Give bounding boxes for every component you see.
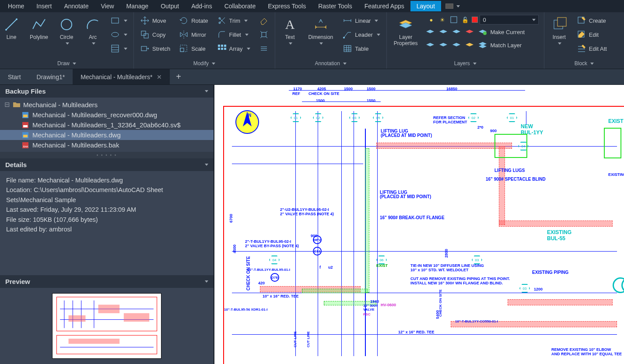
- menu-addins[interactable]: Add-ins: [185, 1, 218, 11]
- svg-text:BAK: BAK: [23, 145, 28, 148]
- layer-tool-5-icon[interactable]: [425, 40, 435, 50]
- scale-icon: [179, 44, 189, 53]
- match-layer-button[interactable]: Match Layer: [475, 38, 524, 52]
- chevron-down-icon[interactable]: [205, 164, 208, 166]
- explode-button[interactable]: [256, 28, 271, 41]
- layers-panel-title[interactable]: Layers: [390, 59, 540, 69]
- backup-files-header[interactable]: Backup Files: [0, 85, 214, 98]
- move-button[interactable]: Move: [137, 14, 173, 27]
- menu-output[interactable]: Output: [154, 1, 185, 11]
- draw-panel-title[interactable]: Draw: [4, 59, 130, 69]
- bulb-icon[interactable]: ●: [426, 15, 436, 24]
- fillet-button[interactable]: Fillet: [214, 28, 253, 41]
- table-icon: [343, 44, 352, 53]
- stretch-icon: [140, 44, 150, 53]
- scale-button[interactable]: Scale: [176, 42, 210, 55]
- chevron-down-icon[interactable]: [205, 280, 208, 283]
- mirror-button[interactable]: Mirror: [176, 28, 210, 41]
- layer-tool-6-icon[interactable]: [438, 40, 448, 50]
- svg-rect-20: [221, 48, 223, 50]
- array-icon: [217, 44, 227, 53]
- svg-rect-10: [144, 34, 148, 38]
- linear-icon: [343, 16, 352, 25]
- array-button[interactable]: Array: [214, 42, 253, 55]
- close-icon[interactable]: ✕: [157, 74, 162, 80]
- leader-icon: [343, 30, 352, 39]
- rect-button[interactable]: [108, 14, 130, 27]
- annotation-panel-title[interactable]: Annotation: [279, 59, 383, 69]
- layer-properties-button[interactable]: Layer Properties: [390, 14, 421, 49]
- menu-layout[interactable]: Layout: [410, 1, 441, 11]
- polyline-icon: [31, 17, 47, 32]
- rotate-button[interactable]: Rotate: [176, 14, 210, 27]
- tree-file-recover[interactable]: Mechanical - Multileaders_recover000.dwg: [0, 110, 214, 120]
- create-button[interactable]: Create: [574, 14, 610, 27]
- layer-tool-1-icon[interactable]: [425, 27, 435, 37]
- layer-color-swatch[interactable]: [472, 17, 478, 23]
- block-panel-title[interactable]: Block: [548, 59, 620, 69]
- tab-mechanical[interactable]: Mechanical - Multileaders*✕: [73, 69, 170, 84]
- layer-tool-2-icon[interactable]: [438, 27, 448, 37]
- tab-drawing1[interactable]: Drawing1*: [29, 69, 73, 84]
- copy-button[interactable]: Copy: [137, 28, 173, 41]
- trim-button[interactable]: Trim: [214, 14, 253, 27]
- fillet-icon: [217, 30, 227, 39]
- linear-button[interactable]: Linear: [340, 14, 382, 27]
- layer-tool-4-icon[interactable]: [465, 27, 474, 37]
- menu-manage[interactable]: Manage: [120, 1, 155, 11]
- menu-view[interactable]: View: [95, 1, 120, 11]
- preview-body: [0, 288, 214, 364]
- leader-button[interactable]: Leader: [340, 28, 382, 41]
- svg-rect-54: [69, 339, 120, 344]
- menu-raster-tools[interactable]: Raster Tools: [312, 1, 358, 11]
- menu-annotate[interactable]: Annotate: [58, 1, 95, 11]
- modify-panel-title[interactable]: Modify: [137, 59, 271, 69]
- svg-rect-12: [180, 48, 184, 52]
- menu-collaborate[interactable]: Collaborate: [218, 1, 262, 11]
- svg-point-1: [5, 29, 7, 31]
- tree-file-sv[interactable]: Mechanical - Multileaders_1_32364_20ab6c…: [0, 120, 214, 130]
- tree-file-dwg-selected[interactable]: Mechanical - Multileaders.dwg: [0, 130, 214, 140]
- arc-button[interactable]: Arc: [81, 14, 104, 49]
- svg-rect-4: [112, 18, 119, 23]
- layer-combo[interactable]: 0: [480, 15, 538, 24]
- layer-tool-3-icon[interactable]: [452, 27, 461, 37]
- dimension-button[interactable]: Dimension: [305, 14, 337, 49]
- offset-button[interactable]: [256, 42, 271, 55]
- copy-icon: [140, 30, 150, 39]
- resize-handle[interactable]: • • • • •: [0, 152, 214, 158]
- text-button[interactable]: A Text: [279, 14, 301, 49]
- hatch-button[interactable]: [108, 42, 130, 55]
- line-label: Line: [7, 34, 17, 40]
- freeze-icon[interactable]: [449, 15, 459, 24]
- edit-attr-button[interactable]: Edit Att: [574, 42, 610, 55]
- drawing-canvas[interactable]: 1170 4205 1500 1500 16850 REF CHECK ON S…: [214, 85, 624, 364]
- make-current-button[interactable]: Make Current: [475, 25, 527, 38]
- ribbon-panel-annotation: A Text Dimension Linear Leader Table Ann…: [275, 12, 387, 69]
- preview-header[interactable]: Preview: [0, 275, 214, 288]
- layer-tool-8-icon[interactable]: [465, 40, 474, 50]
- menu-insert[interactable]: Insert: [30, 1, 58, 11]
- chevron-down-icon[interactable]: [205, 90, 208, 92]
- circle-button[interactable]: Circle: [55, 14, 78, 49]
- menu-express-tools[interactable]: Express Tools: [262, 1, 312, 11]
- edit-button[interactable]: Edit: [574, 28, 610, 41]
- layer-tool-7-icon[interactable]: [452, 40, 461, 50]
- line-button[interactable]: Line: [0, 14, 23, 43]
- erase-icon: [259, 16, 269, 25]
- tree-file-bak[interactable]: BAK Mechanical - Multileaders.bak: [0, 140, 214, 150]
- details-header[interactable]: Details: [0, 158, 214, 171]
- ellipse-button[interactable]: [108, 28, 130, 41]
- erase-button[interactable]: [256, 14, 271, 27]
- sun-icon[interactable]: ☀: [438, 15, 447, 24]
- polyline-button[interactable]: Polyline: [26, 14, 52, 43]
- insert-button[interactable]: Insert: [548, 14, 571, 49]
- stretch-button[interactable]: Stretch: [137, 42, 173, 55]
- menu-home[interactable]: Home: [2, 1, 30, 11]
- menu-featured-apps[interactable]: Featured Apps: [358, 1, 410, 11]
- lock-icon[interactable]: 🔓: [460, 15, 470, 24]
- menu-extra[interactable]: [441, 4, 464, 9]
- tree-root-folder[interactable]: ⊟ Mechanical - Multileaders: [0, 99, 214, 110]
- table-button[interactable]: Table: [340, 42, 382, 55]
- tab-start[interactable]: Start: [0, 69, 29, 84]
